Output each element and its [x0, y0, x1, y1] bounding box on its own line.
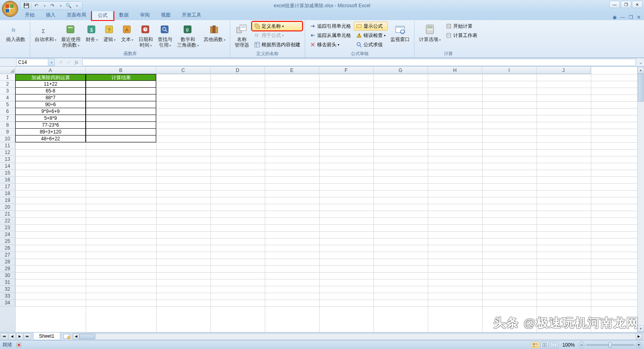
col-header-C[interactable]: C — [156, 67, 211, 74]
col-header-J[interactable]: J — [537, 67, 591, 74]
hscroll-left-button[interactable]: ◀ — [73, 334, 79, 339]
cell-B1[interactable]: 计算结果 — [86, 74, 156, 81]
sheet-tab-1[interactable]: Sheet1 — [33, 333, 60, 340]
tab-审阅[interactable]: 审阅 — [134, 10, 155, 20]
confirm-edit-icon[interactable]: ✓ — [64, 59, 72, 66]
page-break-view-button[interactable] — [550, 342, 558, 348]
row-header-4[interactable]: 4 — [0, 94, 15, 101]
row-header-5[interactable]: 5 — [0, 101, 15, 108]
minimize-button[interactable]: — — [609, 1, 620, 8]
row-header-10[interactable]: 10 — [0, 135, 15, 142]
row-header-28[interactable]: 28 — [0, 259, 15, 265]
remove-arrows-button[interactable]: 移去箭头 ▾ — [308, 40, 353, 49]
create-from-selection-button[interactable]: 根据所选内容创建 — [252, 40, 302, 49]
cell-A10[interactable]: 48÷6+22 — [15, 135, 86, 142]
row-header-34[interactable]: 34 — [0, 300, 15, 306]
math-button[interactable]: θ 数学和 三角函数 — [175, 22, 201, 50]
name-box[interactable]: C14 ▾ — [16, 59, 55, 66]
vertical-scrollbar[interactable]: ▲ ▼ — [637, 67, 644, 332]
row-header-30[interactable]: 30 — [0, 272, 15, 279]
office-button[interactable] — [2, 1, 18, 17]
col-header-H[interactable]: H — [428, 67, 482, 74]
row-header-21[interactable]: 21 — [0, 211, 15, 218]
cell-B4[interactable] — [86, 94, 156, 101]
tab-视图[interactable]: 视图 — [155, 10, 176, 20]
recently-used-button[interactable]: 最近使用 的函数 — [59, 22, 83, 50]
tab-开始[interactable]: 开始 — [19, 10, 40, 20]
cell-A3[interactable]: 65-8 — [15, 88, 86, 94]
row-header-3[interactable]: 3 — [0, 88, 15, 94]
hscroll-right-button[interactable]: ▶ — [636, 334, 642, 339]
cell-A8[interactable]: 77-23*6 — [15, 122, 86, 129]
trace-precedents-button[interactable]: 追踪引用单元格 — [308, 22, 353, 31]
tab-公式[interactable]: 公式 — [92, 10, 114, 20]
row-header-12[interactable]: 12 — [0, 149, 15, 156]
cancel-edit-icon[interactable]: ✕ — [56, 59, 64, 66]
row-header-11[interactable]: 11 — [0, 142, 15, 149]
col-header-I[interactable]: I — [482, 67, 537, 74]
col-header-D[interactable]: D — [211, 67, 265, 74]
help-icon[interactable]: ◉ — [612, 14, 617, 20]
cell-B5[interactable] — [86, 101, 156, 108]
row-header-23[interactable]: 23 — [0, 224, 15, 231]
scroll-up-button[interactable]: ▲ — [638, 67, 644, 74]
cell-B7[interactable] — [86, 115, 156, 122]
row-header-22[interactable]: 22 — [0, 218, 15, 224]
doc-restore-button[interactable]: ❐ — [628, 14, 634, 20]
qat-customize[interactable] — [73, 2, 80, 9]
define-name-button[interactable]: 定义名称 ▾ — [252, 22, 302, 31]
row-header-29[interactable]: 29 — [0, 265, 15, 272]
cell-A6[interactable]: 9*9+6+9 — [15, 108, 86, 115]
qat-preview-icon[interactable]: 🔍 — [65, 2, 72, 9]
row-header-31[interactable]: 31 — [0, 279, 15, 286]
new-sheet-button[interactable] — [63, 334, 71, 339]
calculate-sheet-button[interactable]: 计算工作表 — [444, 31, 479, 40]
cell-A9[interactable]: 89÷3+120 — [15, 129, 86, 135]
col-header-E[interactable]: E — [265, 67, 319, 74]
calculation-options-button[interactable]: 计算选项 — [417, 22, 443, 50]
insert-function-button[interactable]: fx 插入函数 — [4, 22, 27, 50]
watch-window-button[interactable]: 监视窗口 — [388, 22, 412, 50]
more-functions-button[interactable]: 其他函数 — [202, 22, 227, 50]
select-all-button[interactable] — [0, 67, 15, 74]
calculate-now-button[interactable]: 开始计算 — [444, 22, 479, 31]
tab-开发工具[interactable]: 开发工具 — [176, 10, 207, 20]
tab-插入[interactable]: 插入 — [40, 10, 61, 20]
sheet-prev-button[interactable]: ◀ — [8, 333, 16, 340]
close-button[interactable]: ✕ — [632, 1, 642, 8]
fx-button[interactable]: fx — [72, 59, 80, 66]
normal-view-button[interactable] — [531, 342, 539, 348]
formula-input[interactable] — [82, 59, 636, 66]
cell-A1[interactable]: 加减乘除四则运算 — [15, 74, 86, 81]
row-header-14[interactable]: 14 — [0, 163, 15, 170]
text-button[interactable]: A 文本 — [119, 22, 136, 50]
col-header-A[interactable]: A — [15, 67, 86, 74]
row-header-7[interactable]: 7 — [0, 115, 15, 122]
cell-A4[interactable]: 88*7 — [15, 94, 86, 101]
row-header-27[interactable]: 27 — [0, 252, 15, 259]
scroll-down-button[interactable]: ▼ — [638, 325, 644, 332]
error-checking-button[interactable]: ! 错误检查 ▾ — [354, 31, 388, 40]
row-header-6[interactable]: 6 — [0, 108, 15, 115]
row-header-25[interactable]: 25 — [0, 238, 15, 245]
hscroll-thumb[interactable] — [79, 334, 95, 339]
evaluate-formula-button[interactable]: 公式求值 — [354, 40, 388, 49]
row-header-19[interactable]: 19 — [0, 197, 15, 204]
row-header-2[interactable]: 2 — [0, 81, 15, 88]
row-header-24[interactable]: 24 — [0, 231, 15, 238]
zoom-out-button[interactable]: − — [579, 342, 584, 348]
row-header-13[interactable]: 13 — [0, 156, 15, 163]
show-formulas-button[interactable]: 显示公式 — [354, 22, 388, 31]
row-header-32[interactable]: 32 — [0, 286, 15, 293]
cell-B3[interactable] — [86, 88, 156, 94]
formula-bar-expand[interactable]: ⌄ — [638, 59, 644, 66]
row-header-16[interactable]: 16 — [0, 177, 15, 183]
col-header-B[interactable]: B — [86, 67, 156, 74]
autosum-button[interactable]: Σ 自动求和 — [33, 22, 58, 50]
sheet-next-button[interactable]: ▶ — [16, 333, 23, 340]
cell-B6[interactable] — [86, 108, 156, 115]
cell-A5[interactable]: 90÷6 — [15, 101, 86, 108]
qat-redo-icon[interactable]: ↷ — [49, 2, 56, 9]
lookup-button[interactable]: 查找与 引用 — [156, 22, 174, 50]
cell-B10[interactable] — [86, 135, 156, 142]
